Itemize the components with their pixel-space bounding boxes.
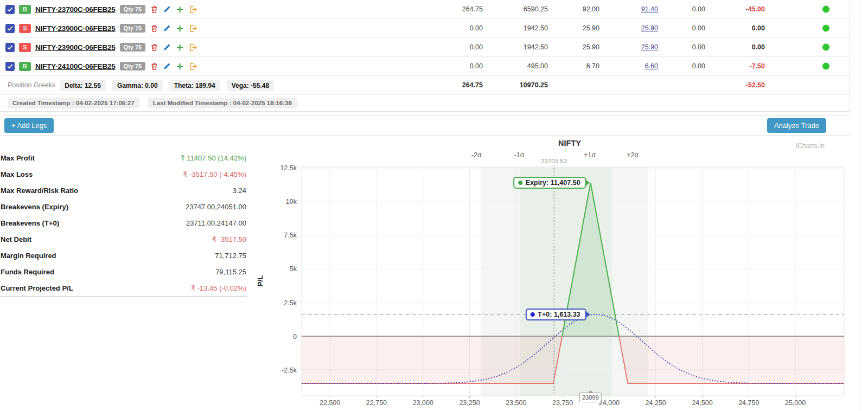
svg-text:-2.5k: -2.5k (282, 367, 297, 374)
options-strategy-page: BNIFTY-23700C-06FEB25Qty 75264.756590.25… (0, 0, 868, 411)
svg-text:24,500: 24,500 (692, 399, 712, 407)
leg-controls: SNIFTY-23900C-06FEB25Qty 75 (5, 38, 197, 56)
svg-text:24,250: 24,250 (646, 399, 666, 407)
page-right-divider (859, 0, 859, 411)
svg-text:0: 0 (293, 333, 297, 341)
t0-callout-dot (530, 312, 534, 317)
watermark: iCharts.in (796, 142, 825, 150)
stat-label: Current Projected P/L (1, 284, 73, 292)
delete-icon[interactable] (150, 43, 158, 52)
stat-row: Current Projected P/L₹ -13.45 (-0.02%) (0, 280, 247, 296)
svg-text:22,750: 22,750 (366, 399, 387, 407)
timestamp-badge: Last Modified Timestamp : 04-02-2025 18:… (148, 98, 297, 108)
leg-controls: BNIFTY-24100C-06FEB25Qty 75 (5, 57, 197, 75)
total-value: 264.75 (433, 81, 483, 89)
delete-icon[interactable] (150, 62, 158, 70)
stat-label: Max Reward/Risk Ratio (1, 187, 78, 195)
leg-value: 25.90 (547, 43, 599, 51)
timestamp-badge: Created Timestamp : 04-02-2025 17:06:27 (8, 98, 139, 108)
stat-label: Margin Required (1, 252, 56, 260)
greek-badge: Gamma: 0.00 (112, 80, 163, 91)
svg-text:25,000: 25,000 (785, 399, 806, 407)
leg-value: 6590.25 (487, 5, 548, 13)
exit-icon[interactable] (189, 5, 197, 14)
leg-name[interactable]: NIFTY-23900C-06FEB25 (35, 24, 116, 33)
leg-checkbox[interactable] (5, 62, 15, 71)
leg-value: 1942.50 (487, 24, 548, 32)
sigma-label: -1σ (514, 151, 525, 159)
stat-row: Breakevens (T+0)23711.00,24147.00 (0, 215, 247, 231)
t0-callout-text: T+0: 1,613.33 (538, 311, 580, 318)
analyze-trade-button[interactable]: Analyze Trade (767, 118, 826, 133)
qty-badge: Qty 75 (120, 24, 146, 33)
delete-icon[interactable] (150, 5, 158, 14)
leg-value[interactable]: 91.40 (607, 5, 658, 13)
chart-title: NIFTY (558, 139, 581, 147)
stat-value: ₹ -13.45 (-0.02%) (191, 284, 246, 292)
svg-text:5k: 5k (290, 265, 297, 273)
qty-badge: Qty 75 (120, 43, 146, 52)
crosshair-price-label: 23899 (579, 393, 602, 402)
leg-checkbox[interactable] (5, 5, 15, 14)
total-value: 10970.25 (487, 81, 548, 89)
stat-label: Funds Required (1, 268, 54, 276)
edit-icon[interactable] (163, 43, 171, 51)
greek-badges: Delta: 12.55Gamma: 0.00Theta: 189.94Vega… (60, 80, 280, 90)
leg-value: 264.75 (433, 5, 483, 13)
stat-label: Breakevens (T+0) (1, 219, 59, 227)
leg-value: -45.00 (710, 5, 765, 13)
side-badge: S (19, 43, 31, 52)
add-icon[interactable] (176, 43, 184, 52)
leg-value[interactable]: 25.90 (607, 43, 658, 51)
qty-badge: Qty 75 (120, 62, 146, 70)
stats-panel: Max Profit₹ 11407.50 (14.42%)Max Loss₹ -… (0, 150, 247, 297)
stat-row: Breakevens (Expiry)23747.00,24051.00 (0, 198, 247, 215)
leg-value[interactable]: 25.90 (607, 24, 658, 32)
edit-icon[interactable] (163, 62, 171, 70)
stat-value: 23711.00,24147.00 (186, 219, 246, 227)
leg-value: 0.00 (655, 24, 705, 32)
y-axis-title: P/L (256, 275, 264, 286)
leg-value[interactable]: 6.60 (607, 62, 658, 70)
sigma-label: -2σ (471, 151, 482, 159)
toolbar: + Add Legs Analyze Trade (0, 115, 850, 136)
exit-icon[interactable] (189, 43, 197, 52)
add-icon[interactable] (176, 5, 184, 14)
leg-name[interactable]: NIFTY-23900C-06FEB25 (35, 43, 116, 52)
delete-icon[interactable] (150, 24, 158, 33)
expiry-callout: Expiry: 11,407.50 (513, 177, 586, 189)
edit-icon[interactable] (163, 24, 171, 32)
leg-name[interactable]: NIFTY-23700C-06FEB25 (35, 5, 116, 14)
exit-icon[interactable] (189, 24, 197, 33)
leg-name[interactable]: NIFTY-24100C-06FEB25 (35, 62, 116, 70)
analysis-section: Max Profit₹ 11407.50 (14.42%)Max Loss₹ -… (0, 136, 868, 411)
status-dot (822, 44, 829, 51)
total-value: -52.50 (710, 81, 765, 89)
leg-value: 495.00 (487, 62, 548, 70)
edit-icon[interactable] (163, 5, 171, 13)
status-dot (822, 6, 829, 13)
stat-label: Net Debit (1, 235, 31, 243)
stat-row: Max Profit₹ 11407.50 (14.42%) (0, 150, 247, 166)
add-icon[interactable] (176, 62, 184, 70)
status-dot (822, 63, 829, 70)
legs-rows: BNIFTY-23700C-06FEB25Qty 75264.756590.25… (0, 0, 849, 76)
stat-value: 23747.00,24051.00 (186, 203, 246, 211)
svg-text:10k: 10k (286, 198, 297, 206)
svg-text:23,750: 23,750 (552, 399, 573, 407)
expiry-callout-text: Expiry: 11,407.50 (526, 179, 580, 187)
leg-row: SNIFTY-23900C-06FEB25Qty 750.001942.5025… (0, 19, 849, 38)
leg-row: BNIFTY-23700C-06FEB25Qty 75264.756590.25… (0, 0, 849, 19)
leg-value: 0.00 (433, 43, 483, 51)
stat-value: 71,712.75 (215, 252, 246, 260)
leg-value: 6.70 (547, 62, 599, 70)
exit-icon[interactable] (189, 62, 197, 70)
add-icon[interactable] (176, 24, 184, 33)
add-legs-button[interactable]: + Add Legs (4, 118, 54, 133)
stat-label: Breakevens (Expiry) (1, 203, 68, 211)
leg-checkbox[interactable] (5, 43, 15, 52)
sigma-label: +1σ (584, 151, 596, 159)
leg-checkbox[interactable] (5, 24, 15, 33)
current-price-label: 23703.53 (541, 158, 567, 164)
stat-label: Max Profit (1, 154, 35, 162)
